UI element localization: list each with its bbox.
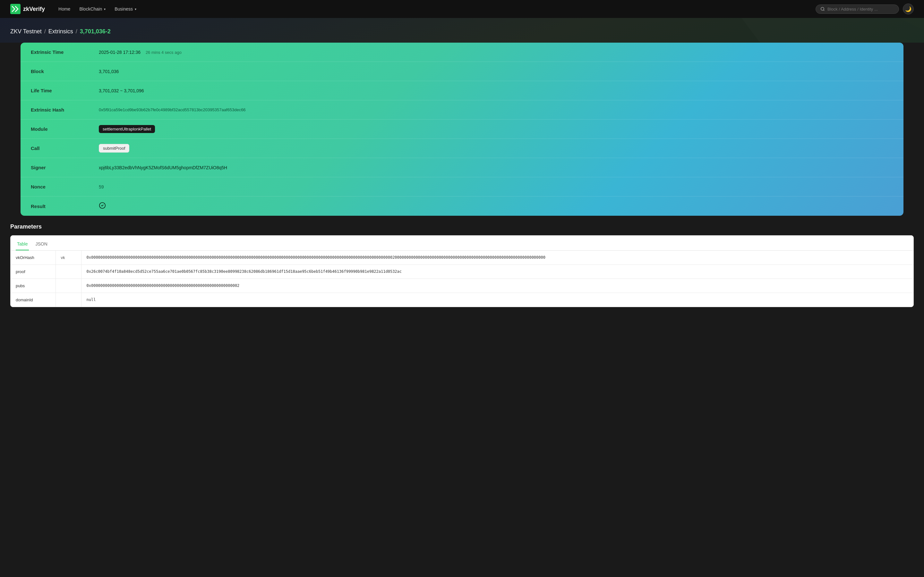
chevron-down-icon: ▾	[104, 7, 105, 11]
breadcrumb: ZKV Testnet / Extrinsics / 3,701,036-2	[10, 28, 914, 35]
signer-label: Signer	[21, 160, 91, 175]
hash-row: Extrinsic Hash 0x5f91ca59e1cd9be93b62b7f…	[21, 100, 903, 119]
signer-value[interactable]: xpj6bLy33B2edbVhNygK5ZMofS6dUM5ghopmDfZM…	[91, 160, 903, 175]
result-row: Result	[21, 197, 903, 216]
block-row: Block 3,701,036	[21, 62, 903, 81]
signer-row: Signer xpj6bLy33B2edbVhNygK5ZMofS6dUM5gh…	[21, 158, 903, 177]
hash-value[interactable]: 0x5f91ca59e1cd9be93b62b7fe0c4989bf32acd5…	[91, 102, 903, 117]
nonce-value: 59	[91, 179, 903, 195]
param-name: proof	[11, 265, 55, 279]
module-badge[interactable]: settlementUltraplonkPallet	[99, 125, 155, 133]
block-value[interactable]: 3,701,036	[91, 64, 903, 79]
nonce-row: Nonce 59	[21, 177, 903, 197]
param-name: domainId	[11, 293, 55, 307]
breadcrumb-network[interactable]: ZKV Testnet	[10, 28, 42, 35]
nav-links: Home BlockChain ▾ Business ▾	[55, 5, 805, 13]
module-value: settlementUltraplonkPallet	[91, 120, 903, 138]
hash-label: Extrinsic Hash	[21, 102, 91, 118]
parameters-section: Parameters Table JSON vkOrHash vk 0x0000…	[0, 216, 924, 318]
svg-rect-0	[10, 4, 21, 14]
extrinsic-time-label: Extrinsic Time	[21, 44, 91, 60]
extrinsic-time-row: Extrinsic Time 2025-01-28 17:12:36 26 mi…	[21, 43, 903, 62]
param-row: domainId null	[11, 293, 913, 307]
param-type	[55, 293, 81, 307]
module-label: Module	[21, 121, 91, 137]
nav-blockchain[interactable]: BlockChain ▾	[76, 5, 109, 13]
param-value: 0x26c0074bf4f10a848ecd5d52ce755aa6ce701a…	[81, 265, 913, 279]
result-value	[91, 197, 903, 216]
time-datetime: 2025-01-28 17:12:36	[99, 50, 141, 55]
chevron-down-icon: ▾	[135, 7, 136, 11]
moon-icon: 🌙	[905, 6, 911, 12]
lifetime-row: Life Time 3,701,032 ~ 3,701,096	[21, 81, 903, 100]
parameters-table: vkOrHash vk 0x00000000000000000000000000…	[11, 251, 913, 307]
breadcrumb-id: 3,701,036-2	[80, 28, 111, 35]
nav-business[interactable]: Business ▾	[111, 5, 140, 13]
tab-table[interactable]: Table	[16, 239, 29, 250]
breadcrumb-separator: /	[44, 28, 46, 35]
param-row: pubs 0x000000000000000000000000000000000…	[11, 279, 913, 293]
time-ago: 26 mins 4 secs ago	[145, 50, 182, 55]
tab-json[interactable]: JSON	[34, 239, 48, 250]
search-icon	[821, 7, 825, 11]
theme-toggle-button[interactable]: 🌙	[903, 3, 914, 15]
nav-right: 🌙	[816, 3, 914, 15]
nav-home[interactable]: Home	[55, 5, 73, 13]
navbar: zkVerify Home BlockChain ▾ Business ▾ 🌙	[0, 0, 924, 18]
call-badge[interactable]: submitProof	[99, 144, 129, 153]
param-row: proof 0x26c0074bf4f10a848ecd5d52ce755aa6…	[11, 265, 913, 279]
result-label: Result	[21, 198, 91, 214]
param-name: vkOrHash	[11, 251, 55, 265]
result-success-icon	[99, 203, 106, 210]
call-value: submitProof	[91, 139, 903, 158]
parameters-tabs: Table JSON	[11, 235, 913, 251]
param-type: vk	[55, 251, 81, 265]
search-bar[interactable]	[816, 5, 899, 14]
logo[interactable]: zkVerify	[10, 4, 45, 14]
block-label: Block	[21, 63, 91, 79]
param-type	[55, 279, 81, 293]
module-row: Module settlementUltraplonkPallet	[21, 119, 903, 139]
svg-point-1	[821, 7, 824, 10]
call-row: Call submitProof	[21, 139, 903, 158]
nonce-label: Nonce	[21, 179, 91, 195]
param-row: vkOrHash vk 0x00000000000000000000000000…	[11, 251, 913, 265]
lifetime-label: Life Time	[21, 83, 91, 98]
param-value: 0x00000000000000000000000000000000000000…	[81, 251, 913, 265]
breadcrumb-separator-2: /	[76, 28, 78, 35]
logo-text: zkVerify	[23, 6, 45, 13]
call-label: Call	[21, 140, 91, 156]
param-type	[55, 265, 81, 279]
main-card-wrapper: Extrinsic Time 2025-01-28 17:12:36 26 mi…	[0, 43, 924, 216]
param-value: 0x00000000000000000000000000000000000000…	[81, 279, 913, 293]
lifetime-value: 3,701,032 ~ 3,701,096	[91, 83, 903, 98]
parameters-box: Table JSON vkOrHash vk 0x000000000000000…	[10, 235, 914, 307]
parameters-title: Parameters	[10, 223, 914, 230]
extrinsic-card: Extrinsic Time 2025-01-28 17:12:36 26 mi…	[21, 43, 903, 216]
search-input[interactable]	[827, 7, 894, 11]
param-value: null	[81, 293, 913, 307]
param-name: pubs	[11, 279, 55, 293]
extrinsic-time-value: 2025-01-28 17:12:36 26 mins 4 secs ago	[91, 45, 903, 60]
breadcrumb-section[interactable]: Extrinsics	[48, 28, 73, 35]
